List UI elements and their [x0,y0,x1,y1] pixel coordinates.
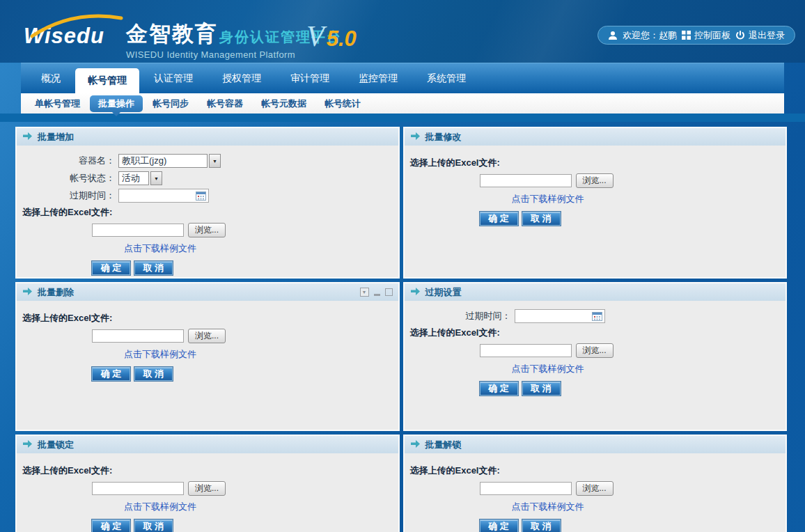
panel-batch-unlock-header: 批量解锁 [405,436,786,453]
nav-tab-authz-mgmt[interactable]: 授权管理 [208,63,276,93]
browse-button[interactable]: 浏览... [188,223,226,237]
version-badge: V5.0 [306,19,357,53]
minimize-icon[interactable] [374,294,380,296]
file-path-input[interactable] [480,344,572,357]
cancel-button[interactable]: 取 消 [522,212,561,226]
version-number: 5.0 [327,26,357,51]
grid-icon [682,31,691,40]
browse-button[interactable]: 浏览... [188,481,226,496]
ok-button[interactable]: 确 定 [480,382,518,396]
cancel-button[interactable]: 取 消 [522,382,561,396]
panel-window-controls: ▼ [360,288,393,297]
user-toolbar: 欢迎您：赵鹏 控制面板 退出登录 [597,26,795,45]
panel-batch-delete: 批量删除 ▼ 选择上传的Excel文件: 浏览... 点击下载样例文件 确 定 … [15,282,400,431]
browse-button[interactable]: 浏览... [576,343,613,358]
cancel-button[interactable]: 取 消 [134,261,173,275]
panel-batch-modify: 批量修改 选择上传的Excel文件: 浏览... 点击下载样例文件 确 定 取 … [403,127,788,279]
download-sample-link[interactable]: 点击下载样例文件 [512,501,584,512]
status-select[interactable]: 活动 ▼ [118,171,162,185]
subnav-account-sync[interactable]: 帐号同步 [144,97,197,110]
panel-title: 批量锁定 [38,439,74,451]
container-select[interactable]: 教职工(jzg) ▼ [118,154,221,168]
excel-file-label: 选择上传的Excel文件: [410,327,782,339]
expire-time-label: 过期时间： [21,189,118,202]
subnav-batch-operation[interactable]: 批量操作 [90,95,143,112]
expire-time-label: 过期时间： [409,310,515,322]
excel-file-label: 选择上传的Excel文件: [22,206,394,219]
chevron-down-icon[interactable]: ▼ [150,171,162,185]
ok-button[interactable]: 确 定 [480,212,518,226]
file-path-input[interactable] [480,174,572,187]
content-area: 批量增加 容器名： 教职工(jzg) ▼ 帐号状态： 活动 ▼ [0,122,805,532]
arrow-icon [22,132,33,143]
expire-date-input[interactable] [119,190,196,201]
arrow-icon [410,439,421,451]
download-sample-link[interactable]: 点击下载样例文件 [124,349,196,359]
brand-title-cn: 金智教育 [126,19,218,49]
panel-expire-setting-header: 过期设置 [405,283,786,301]
container-name-label: 容器名： [21,155,118,167]
nav-tab-overview[interactable]: 概况 [26,63,75,93]
download-sample-link[interactable]: 点击下载样例文件 [512,363,584,374]
download-sample-link[interactable]: 点击下载样例文件 [512,194,584,204]
panel-title: 批量修改 [425,131,462,143]
panel-title: 过期设置 [425,286,462,299]
panel-title: 批量解锁 [425,439,462,451]
ok-button[interactable]: 确 定 [92,519,130,532]
subnav-single-account[interactable]: 单帐号管理 [26,97,88,110]
user-icon [608,31,618,40]
browse-button[interactable]: 浏览... [576,173,613,188]
ok-button[interactable]: 确 定 [92,367,130,381]
ok-button[interactable]: 确 定 [92,261,130,275]
ok-button[interactable]: 确 定 [480,519,518,532]
file-path-input[interactable] [92,224,184,237]
cancel-button[interactable]: 取 消 [134,367,173,381]
version-letter: V [306,20,325,52]
cancel-button[interactable]: 取 消 [522,519,561,532]
collapse-panel-icon[interactable]: ▼ [360,288,369,297]
cancel-button[interactable]: 取 消 [134,519,173,532]
chevron-down-icon[interactable]: ▼ [209,154,221,168]
container-select-value[interactable]: 教职工(jzg) [118,154,208,168]
arrow-icon [410,132,421,143]
nav-tab-monitor-mgmt[interactable]: 监控管理 [344,63,412,93]
panel-batch-lock-header: 批量锁定 [17,436,398,453]
file-path-input[interactable] [480,482,572,495]
browse-button[interactable]: 浏览... [188,329,226,343]
wisedu-logo: Wisedu [24,24,104,49]
status-select-value[interactable]: 活动 [118,171,149,185]
nav-tab-account-mgmt[interactable]: 帐号管理 [75,68,139,93]
subnav-account-stats[interactable]: 帐号统计 [316,97,369,110]
browse-button[interactable]: 浏览... [576,481,613,496]
panel-batch-unlock: 批量解锁 选择上传的Excel文件: 浏览... 点击下载样例文件 确 定 取 … [403,435,788,532]
nav-tab-audit-mgmt[interactable]: 审计管理 [276,63,344,93]
logout-button[interactable]: 退出登录 [735,29,785,42]
nav-tab-system-mgmt[interactable]: 系统管理 [412,63,480,93]
download-sample-link[interactable]: 点击下载样例文件 [124,243,196,253]
nav-tab-auth-mgmt[interactable]: 认证管理 [139,63,208,93]
expire-date-input[interactable] [515,311,592,322]
file-path-input[interactable] [92,482,184,495]
panel-batch-lock: 批量锁定 选择上传的Excel文件: 浏览... 点击下载样例文件 确 定 取 … [15,435,400,532]
excel-file-label: 选择上传的Excel文件: [410,464,782,477]
account-status-label: 帐号状态： [21,172,118,185]
power-icon [735,31,745,40]
expire-date-field[interactable] [118,189,209,203]
arrow-icon [22,287,33,298]
subnav-account-container[interactable]: 帐号容器 [198,97,251,110]
logo-swoosh-icon [28,13,127,45]
file-path-input[interactable] [92,329,184,343]
subnav-account-metadata[interactable]: 帐号元数据 [253,97,315,110]
download-sample-link[interactable]: 点击下载样例文件 [124,501,196,512]
panel-title: 批量删除 [38,286,74,299]
arrow-icon [410,287,421,298]
maximize-icon[interactable] [385,288,393,296]
expire-date-field[interactable] [515,309,605,323]
panel-batch-add: 批量增加 容器名： 教职工(jzg) ▼ 帐号状态： 活动 ▼ [15,127,400,279]
control-panel-label: 控制面板 [694,29,730,42]
app-header: Wisedu 金智教育 身份认证管理平台 WISEDU Identity Man… [0,0,805,63]
control-panel-button[interactable]: 控制面板 [682,29,730,42]
excel-file-label: 选择上传的Excel文件: [22,464,394,477]
calendar-icon[interactable] [592,311,602,321]
calendar-icon[interactable] [196,191,206,201]
